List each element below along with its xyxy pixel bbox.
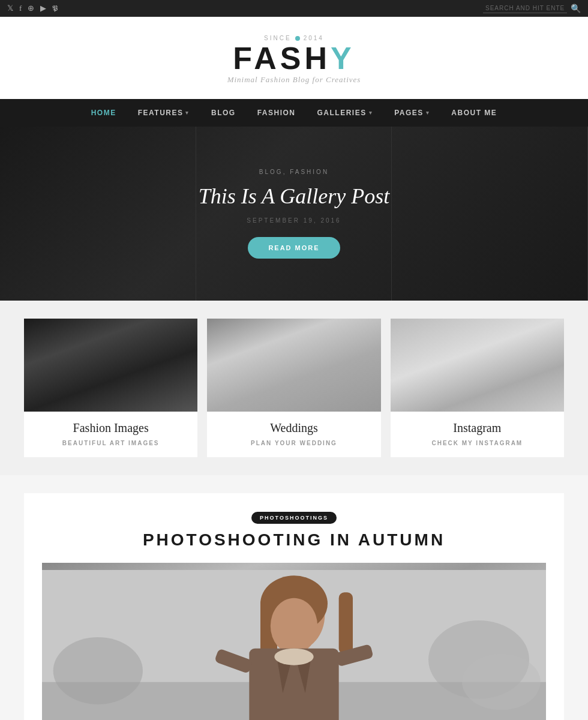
blog-tag: PHOTOSHOOTINGS [251,512,337,524]
instagram-card-title: Instagram [400,421,554,435]
fashion-card-body: Fashion Images BEAUTIFUL ART IMAGES [24,412,197,457]
instagram-card-subtitle: CHECK MY INSTAGRAM [400,440,554,446]
main-nav: HOME FEATURES ▾ BLOG FASHION GALLERIES ▾… [0,99,588,127]
site-tagline: Minimal Fashion Blog for Creatives [0,75,588,85]
social-links: 𝕏 f ⊕ ▶ 𝕻 [7,4,58,13]
search-input[interactable] [483,4,567,13]
blog-image-svg [42,563,546,720]
twitter-icon[interactable]: 𝕏 [7,4,13,13]
pages-dropdown-arrow: ▾ [426,110,430,116]
nav-item-about[interactable]: ABOUT ME [440,99,508,127]
hero-col-1 [0,127,196,301]
svg-point-4 [462,654,541,710]
nav-item-pages[interactable]: PAGES ▾ [383,99,440,127]
logo-accent: Y [331,41,355,76]
blog-main-image [42,563,546,720]
gallery-card-fashion[interactable]: Fashion Images BEAUTIFUL ART IMAGES [24,319,197,457]
gallery-card-instagram[interactable]: Instagram CHECK MY INSTAGRAM [391,319,564,457]
nav-item-home[interactable]: HOME [80,99,127,127]
blog-title: PHOTOSHOOTING IN AUTUMN [42,530,546,550]
blog-inner: PHOTOSHOOTINGS PHOTOSHOOTING IN AUTUMN [24,493,564,720]
hero-date: SEPTEMBER 19, 2016 [199,217,390,224]
facebook-icon[interactable]: f [19,4,22,13]
dot-decoration [295,36,300,41]
fashion-card-subtitle: BEAUTIFUL ART IMAGES [34,440,188,446]
nav-item-blog[interactable]: BLOG [200,99,247,127]
svg-point-13 [274,649,313,665]
wedding-image-bg [207,319,380,412]
fashion-image-bg [24,319,197,412]
galleries-dropdown-arrow: ▾ [369,110,373,116]
hero-title: This Is A Gallery Post [199,184,390,209]
instagram-image-bg [391,319,564,412]
weddings-card-subtitle: PLAN YOUR WEDDING [217,440,371,446]
svg-point-9 [271,598,317,654]
hero-category: BLOG, FASHION [199,169,390,175]
instagram-card-image [391,319,564,412]
hero-section: BLOG, FASHION This Is A Gallery Post SEP… [0,127,588,301]
gallery-cards-container: Fashion Images BEAUTIFUL ART IMAGES Wedd… [24,319,564,457]
hero-content: BLOG, FASHION This Is A Gallery Post SEP… [199,169,390,259]
instagram-card-body: Instagram CHECK MY INSTAGRAM [391,412,564,457]
fashion-card-image [24,319,197,412]
read-more-button[interactable]: READ MORE [248,237,340,259]
nav-item-galleries[interactable]: GALLERIES ▾ [307,99,384,127]
features-dropdown-arrow: ▾ [185,110,190,116]
fashion-card-title: Fashion Images [34,421,188,435]
nav-item-fashion[interactable]: FASHION [247,99,307,127]
weddings-card-title: Weddings [217,421,371,435]
blog-section: PHOTOSHOOTINGS PHOTOSHOOTING IN AUTUMN [0,475,588,720]
blog-tag-wrap: PHOTOSHOOTINGS [42,511,546,522]
logo-main: FASH [233,41,331,76]
gallery-section: Fashion Images BEAUTIFUL ART IMAGES Wedd… [0,301,588,475]
svg-point-2 [53,637,143,704]
gallery-card-weddings[interactable]: Weddings PLAN YOUR WEDDING [207,319,380,457]
hero-col-3 [392,127,588,301]
search-area: 🔍 [483,4,581,14]
pinterest-icon[interactable]: 𝕻 [52,4,58,13]
site-header: SINCE 2014 FASHY Minimal Fashion Blog fo… [0,17,588,99]
weddings-card-body: Weddings PLAN YOUR WEDDING [207,412,380,457]
nav-item-features[interactable]: FEATURES ▾ [127,99,200,127]
search-icon[interactable]: 🔍 [571,4,581,14]
vimeo-icon[interactable]: ▶ [40,4,46,13]
top-bar: 𝕏 f ⊕ ▶ 𝕻 🔍 [0,0,588,17]
weddings-card-image [207,319,380,412]
dribbble-icon[interactable]: ⊕ [28,4,34,13]
svg-rect-8 [339,592,353,654]
site-logo[interactable]: FASHY [0,43,588,74]
